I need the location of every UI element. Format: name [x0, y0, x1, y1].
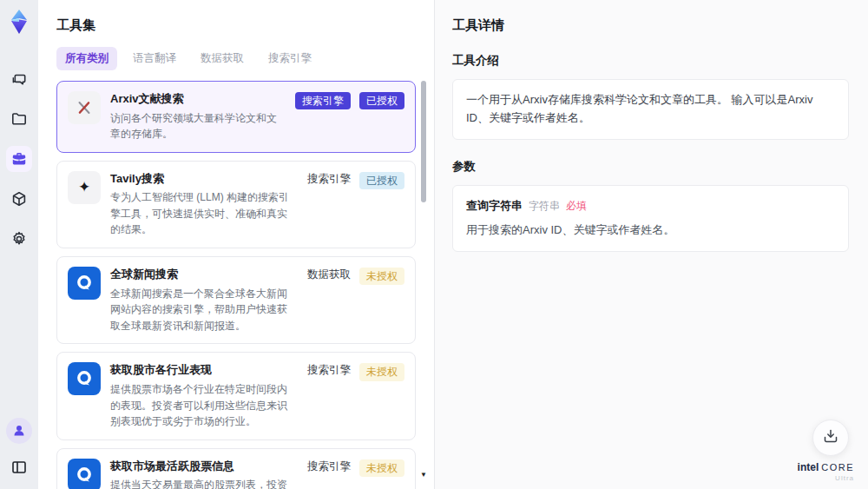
sidebar-item-folder[interactable] [6, 106, 32, 132]
folder-icon [10, 110, 28, 128]
category-badge: 搜索引擎 [295, 92, 351, 109]
parameter-item: 查询字符串字符串必填用于搜索的Arxiv ID、关键字或作者姓名。 [466, 197, 835, 241]
tool-cards: Arxiv文献搜索访问各个研究领域大量科学论文和文章的存储库。搜索引擎已授权✦T… [56, 81, 416, 489]
download-button[interactable] [812, 420, 849, 456]
tool-name: Arxiv文献搜索 [110, 91, 280, 107]
category-label: 数据获取 [307, 268, 351, 282]
tool-description: 全球新闻搜索是一个聚合全球各大新闻网站内容的搜索引擎，帮助用户快速获取全球最新资… [110, 286, 293, 334]
arxiv-icon [68, 91, 101, 124]
intro-section-title: 工具介绍 [452, 53, 849, 69]
tool-description: 访问各个研究领域大量科学论文和文章的存储库。 [110, 110, 280, 142]
category-label: 搜索引擎 [307, 363, 351, 378]
tool-name: 获取市场最活跃股票信息 [110, 459, 293, 474]
q-news-icon [68, 459, 101, 489]
sidebar-item-chat[interactable] [6, 66, 32, 92]
tool-description: 专为人工智能代理 (LLM) 构建的搜索引擎工具，可快速提供实时、准确和真实的结… [110, 189, 293, 238]
intel-core-logo: intelCORE Ultra [798, 461, 854, 482]
parameter-type: 字符串 [529, 198, 560, 215]
q-news-icon [68, 267, 101, 300]
params-section-title: 参数 [452, 159, 849, 175]
detail-title: 工具详情 [452, 17, 849, 34]
parameter-name: 查询字符串 [466, 197, 523, 215]
tab-category-0[interactable]: 所有类别 [56, 47, 117, 70]
page-title: 工具集 [56, 17, 434, 34]
tool-card-meta: 数据获取未授权 [307, 267, 404, 334]
tool-card-body: Tavily搜索专为人工智能代理 (LLM) 构建的搜索引擎工具，可快速提供实时… [110, 171, 293, 238]
tab-category-2[interactable]: 数据获取 [192, 47, 253, 70]
intel-wordmark: intel [798, 461, 819, 473]
cube-icon [10, 190, 28, 208]
authorization-status-badge: 未授权 [359, 459, 404, 477]
sidebar-item-panel[interactable] [6, 454, 32, 480]
sidebar [0, 0, 38, 489]
list-scrollbar[interactable]: ▼ [420, 78, 427, 479]
tool-card-body: 获取市场最活跃股票信息提供当天交易量最高的股票列表，投资者可以利用这些信息来识别… [110, 459, 293, 489]
authorization-status-badge: 未授权 [359, 363, 404, 380]
tool-list-panel: 工具集 所有类别语言翻译数据获取搜索引擎 Arxiv文献搜索访问各个研究领域大量… [38, 0, 434, 489]
category-tabs: 所有类别语言翻译数据获取搜索引擎 [56, 47, 434, 70]
sidebar-bottom [6, 418, 32, 480]
gear-icon [10, 230, 28, 248]
authorization-status-badge: 未授权 [359, 268, 404, 285]
tool-name: Tavily搜索 [110, 171, 293, 187]
tool-card[interactable]: 获取市场最活跃股票信息提供当天交易量最高的股票列表，投资者可以利用这些信息来识别… [56, 448, 416, 489]
tab-category-1[interactable]: 语言翻译 [124, 47, 185, 70]
ultra-wordmark: Ultra [798, 474, 854, 482]
tool-card-meta: 搜索引擎已授权 [307, 171, 404, 238]
sidebar-item-toolbox[interactable] [6, 146, 32, 172]
sidebar-item-package[interactable] [6, 186, 32, 212]
params-box: 查询字符串字符串必填用于搜索的Arxiv ID、关键字或作者姓名。 [452, 185, 849, 253]
sidebar-item-user[interactable] [6, 418, 32, 444]
category-label: 搜索引擎 [307, 459, 351, 474]
briefcase-icon [10, 150, 28, 168]
parameter-description: 用于搜索的Arxiv ID、关键字或作者姓名。 [466, 221, 835, 240]
panel-toggle-icon [10, 459, 28, 476]
tool-intro-box: 一个用于从Arxiv存储库搜索科学论文和文章的工具。 输入可以是Arxiv ID… [452, 79, 849, 140]
tool-card[interactable]: 获取股市各行业表现提供股票市场各个行业在特定时间段内的表现。投资者可以利用这些信… [56, 352, 416, 439]
tool-detail-panel: 工具详情 工具介绍 一个用于从Arxiv存储库搜索科学论文和文章的工具。 输入可… [434, 0, 868, 489]
tool-card-meta: 搜索引擎未授权 [307, 459, 404, 489]
user-icon [11, 423, 27, 439]
app-window: 工具集 所有类别语言翻译数据获取搜索引擎 Arxiv文献搜索访问各个研究领域大量… [0, 0, 868, 489]
tab-category-3[interactable]: 搜索引擎 [260, 47, 320, 70]
tool-card[interactable]: 全球新闻搜索全球新闻搜索是一个聚合全球各大新闻网站内容的搜索引擎，帮助用户快速获… [56, 256, 416, 344]
app-logo [4, 7, 34, 36]
tool-card-body: Arxiv文献搜索访问各个研究领域大量科学论文和文章的存储库。 [110, 91, 280, 142]
tool-name: 获取股市各行业表现 [110, 362, 293, 378]
tool-card[interactable]: Arxiv文献搜索访问各个研究领域大量科学论文和文章的存储库。搜索引擎已授权 [56, 81, 416, 153]
core-wordmark: CORE [821, 462, 854, 472]
tool-card-meta: 搜索引擎未授权 [307, 362, 404, 429]
tool-card[interactable]: ✦Tavily搜索专为人工智能代理 (LLM) 构建的搜索引擎工具，可快速提供实… [56, 161, 416, 248]
star-icon: ✦ [68, 171, 101, 204]
sidebar-item-settings[interactable] [6, 226, 32, 252]
scrollbar-down-arrow[interactable]: ▼ [420, 472, 427, 479]
chat-icon [10, 70, 28, 88]
download-icon [823, 428, 838, 447]
category-label: 搜索引擎 [307, 172, 351, 187]
scrollbar-thumb[interactable] [421, 81, 426, 202]
tool-card-meta: 搜索引擎已授权 [295, 91, 404, 142]
tool-description: 提供当天交易量最高的股票列表，投资者可以利用这些信息来识别流动性强的股票和潜在的… [110, 477, 293, 489]
authorization-status-badge: 已授权 [359, 172, 404, 189]
parameter-required-flag: 必填 [566, 198, 587, 215]
tool-description: 提供股票市场各个行业在特定时间段内的表现。投资者可以利用这些信息来识别表现优于或… [110, 381, 293, 430]
q-news-icon [68, 362, 101, 395]
sidebar-nav [6, 66, 32, 252]
tool-name: 全球新闻搜索 [110, 267, 293, 282]
tool-card-body: 获取股市各行业表现提供股票市场各个行业在特定时间段内的表现。投资者可以利用这些信… [110, 362, 293, 429]
authorization-status-badge: 已授权 [359, 92, 404, 109]
tool-card-body: 全球新闻搜索全球新闻搜索是一个聚合全球各大新闻网站内容的搜索引擎，帮助用户快速获… [110, 267, 293, 334]
